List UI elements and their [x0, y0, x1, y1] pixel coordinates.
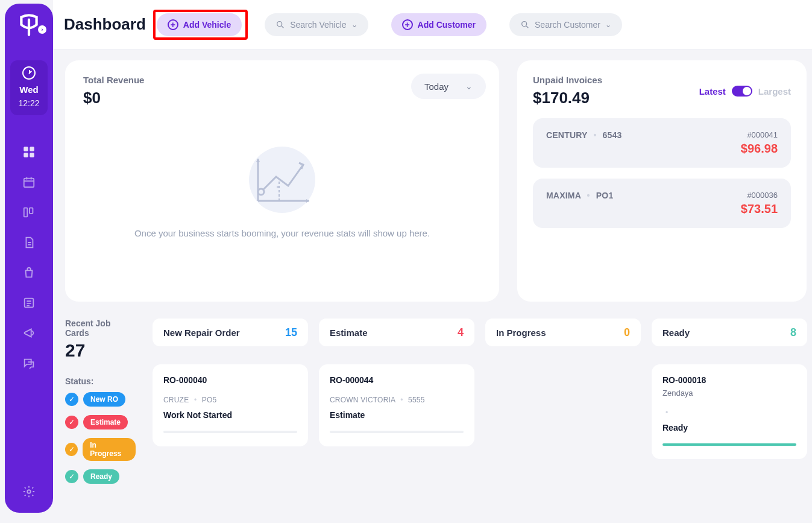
chevron-down-icon: ⌄ — [465, 81, 473, 91]
svg-point-8 — [27, 490, 31, 493]
period-value: Today — [424, 81, 448, 92]
toggle-latest-label: Latest — [699, 86, 726, 97]
vehicle-code: PO5 — [202, 396, 217, 404]
revenue-card: Total Revenue $0 Today ⌄ Once your busin… — [65, 60, 499, 302]
check-icon: ✓ — [65, 416, 78, 429]
job-status: Work Not Started — [163, 410, 297, 420]
invoice-code: 6543 — [603, 130, 622, 140]
nav-calendar-icon[interactable] — [22, 176, 36, 189]
vehicle-model: CRUZE — [163, 396, 189, 404]
invoice-code: PO1 — [596, 191, 614, 200]
job-card[interactable]: RO-000040 CRUZE • PO5 Work Not Started — [153, 364, 308, 446]
plus-icon: + — [402, 19, 413, 30]
status-filter-new-ro[interactable]: ✓ New RO — [65, 392, 136, 407]
main-content: Total Revenue $0 Today ⌄ Once your busin… — [65, 60, 807, 523]
lane-name: Ready — [663, 328, 690, 338]
svg-rect-4 — [24, 179, 34, 188]
search-icon — [275, 20, 285, 30]
add-customer-button[interactable]: + Add Customer — [391, 13, 486, 36]
status-filter-in-progress[interactable]: ✓ In Progress — [65, 438, 136, 461]
invoice-item[interactable]: CENTURY • 6543 #000041 $96.98 — [533, 118, 791, 168]
nav-chat-icon[interactable] — [22, 357, 36, 370]
nav-list-icon[interactable] — [22, 296, 36, 309]
invoice-number: #000041 — [741, 130, 778, 139]
search-vehicle-button[interactable]: Search Vehicle ⌄ — [265, 13, 368, 36]
check-icon: ✓ — [65, 470, 78, 483]
clock-icon — [22, 66, 36, 80]
lane-header-new-repair[interactable]: New Repair Order 15 — [153, 319, 308, 346]
svg-rect-0 — [24, 147, 28, 151]
sidebar-expand-icon[interactable]: › — [38, 25, 46, 34]
lane-header-ready[interactable]: Ready 8 — [652, 319, 807, 346]
sidebar-nav — [22, 145, 36, 370]
ro-number: RO-000018 — [663, 375, 796, 385]
toggle-switch[interactable] — [732, 86, 752, 97]
progress-bar — [330, 431, 464, 433]
sidebar: › Wed 12:22 — [5, 4, 53, 513]
add-customer-label: Add Customer — [418, 20, 476, 30]
date-widget[interactable]: Wed 12:22 — [10, 60, 48, 115]
vehicle-model: CROWN VICTORIA — [330, 396, 395, 404]
jobcards-summary: Recent Job Cards 27 Status: ✓ New RO ✓ E… — [65, 319, 136, 492]
chevron-down-icon: ⌄ — [351, 21, 357, 29]
lane-name: Estimate — [330, 328, 368, 338]
invoice-number: #000036 — [741, 191, 778, 200]
svg-rect-6 — [30, 208, 33, 214]
svg-rect-2 — [24, 153, 28, 157]
unpaid-invoices-card: Unpaid Invoices $170.49 Latest Largest C… — [517, 60, 807, 302]
svg-rect-5 — [24, 208, 28, 217]
time-label: 12:22 — [10, 98, 48, 108]
vehicle-code: 5555 — [408, 396, 425, 404]
day-label: Wed — [10, 84, 48, 95]
svg-rect-3 — [30, 153, 34, 157]
lane-count: 0 — [624, 326, 630, 339]
nav-shop-icon[interactable] — [22, 266, 36, 279]
progress-bar — [663, 443, 796, 446]
nav-settings-icon[interactable] — [22, 485, 36, 498]
status-heading: Status: — [65, 376, 136, 386]
invoice-sort-toggle[interactable]: Latest Largest — [699, 86, 791, 97]
svg-point-9 — [277, 21, 282, 26]
header: Dashboard + Add Vehicle Search Vehicle ⌄… — [53, 0, 812, 49]
progress-bar — [163, 431, 297, 433]
unpaid-label: Unpaid Invoices — [533, 75, 602, 85]
nav-document-icon[interactable] — [22, 236, 36, 249]
nav-board-icon[interactable] — [22, 206, 36, 219]
lane-count: 8 — [790, 326, 796, 339]
ro-number: RO-000040 — [163, 375, 297, 385]
search-icon — [520, 20, 530, 30]
lane-header-estimate[interactable]: Estimate 4 — [319, 319, 474, 346]
search-customer-button[interactable]: Search Customer ⌄ — [509, 13, 622, 36]
invoice-model: CENTURY — [546, 130, 587, 140]
lane-count: 15 — [285, 326, 297, 339]
invoice-amount: $73.51 — [741, 202, 778, 216]
search-customer-label: Search Customer — [535, 20, 600, 30]
nav-megaphone-icon[interactable] — [22, 326, 36, 340]
check-icon: ✓ — [65, 443, 78, 456]
lane-name: New Repair Order — [163, 328, 240, 338]
job-status: Estimate — [330, 410, 464, 420]
invoice-amount: $96.98 — [741, 142, 778, 156]
status-chip: Ready — [83, 469, 119, 484]
lane-header-in-progress[interactable]: In Progress 0 — [485, 319, 641, 346]
job-card[interactable]: RO-000044 CROWN VICTORIA • 5555 Estimate — [319, 364, 474, 446]
check-icon: ✓ — [65, 393, 78, 406]
job-status: Ready — [663, 423, 796, 433]
nav-dashboard-icon[interactable] — [22, 145, 36, 159]
svg-point-12 — [258, 189, 264, 195]
add-vehicle-button[interactable]: + Add Vehicle — [157, 13, 242, 36]
status-filter-estimate[interactable]: ✓ Estimate — [65, 415, 136, 429]
revenue-placeholder-text: Once your business starts booming, your … — [83, 228, 481, 238]
period-dropdown[interactable]: Today ⌄ — [411, 74, 486, 99]
add-vehicle-label: Add Vehicle — [183, 20, 231, 30]
status-chip: New RO — [83, 392, 125, 407]
search-vehicle-label: Search Vehicle — [290, 20, 346, 30]
chevron-down-icon: ⌄ — [605, 21, 611, 29]
jobcards-label: Recent Job Cards — [65, 319, 136, 338]
app-logo[interactable]: › — [16, 12, 42, 42]
highlight-annotation: + Add Vehicle — [153, 10, 248, 40]
invoice-item[interactable]: MAXIMA • PO1 #000036 $73.51 — [533, 179, 791, 228]
status-filter-ready[interactable]: ✓ Ready — [65, 469, 136, 484]
toggle-largest-label: Largest — [758, 86, 791, 97]
job-card[interactable]: RO-000018 Zendaya • Ready — [652, 364, 807, 459]
